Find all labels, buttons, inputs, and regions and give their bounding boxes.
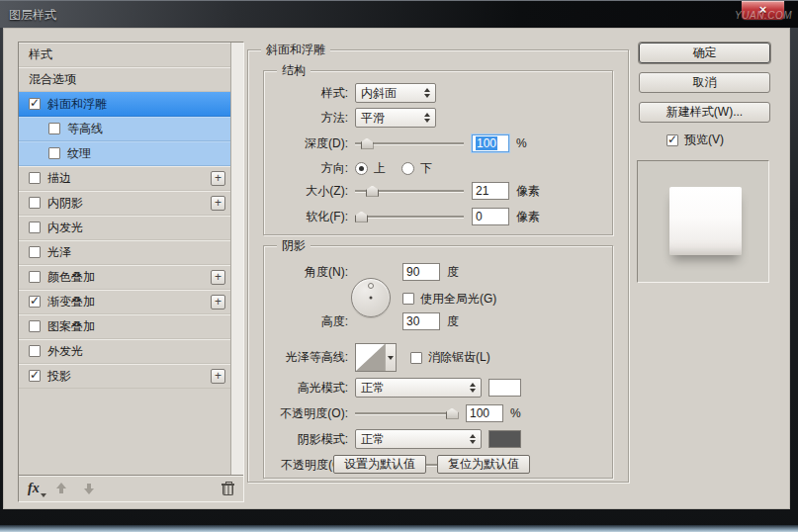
sidebar-item-styles[interactable]: 样式 [19,43,230,67]
pattern-overlay-checkbox[interactable] [29,320,41,332]
size-slider[interactable] [355,185,464,198]
make-default-button[interactable]: 设置为默认值 [333,455,426,474]
move-down-icon[interactable] [83,483,95,494]
style-list-panel: 样式混合选项斜面和浮雕等高线纹理描边+内阴影+内发光光泽颜色叠加+渐变叠加+图案… [18,42,244,502]
sidebar-item-label: 内阴影 [47,195,83,212]
texture-checkbox[interactable] [48,147,60,159]
depth-input[interactable]: 100 [472,134,509,152]
highlight-opacity-input[interactable]: 100 [466,404,503,422]
global-light-label: 使用全局光(G) [420,291,496,308]
highlight-mode-label: 高光模式: [264,380,348,397]
soften-unit: 像素 [516,209,540,225]
soften-input[interactable]: 0 [472,208,509,225]
antialias-checkbox[interactable] [410,352,422,364]
technique-select[interactable]: 平滑 [355,108,436,128]
sidebar-item-label: 样式 [29,46,52,63]
stroke-add-button[interactable]: + [211,171,225,186]
sidebar-item-label: 图案叠加 [47,318,95,335]
new-style-button[interactable]: 新建样式(W)... [639,102,770,123]
sidebar-item-drop-shadow[interactable]: 投影+ [19,364,230,389]
fx-caret-icon [41,493,46,497]
preview-label: 预览(V) [684,132,724,148]
inner-glow-checkbox[interactable] [29,222,41,233]
reset-default-button[interactable]: 复位为默认值 [437,455,530,474]
direction-up-radio[interactable] [355,162,368,175]
outer-glow-checkbox[interactable] [29,345,41,357]
style-preview-frame [637,160,769,283]
direction-down-radio[interactable] [401,162,414,175]
sidebar-item-color-overlay[interactable]: 颜色叠加+ [19,265,230,290]
gradient-overlay-checkbox[interactable] [29,296,41,308]
bevel-emboss-panel: 斜面和浮雕 结构 样式: 内斜面 方法: 平滑 [247,49,629,483]
inner-shadow-add-button[interactable]: + [211,196,225,211]
move-up-icon[interactable] [55,483,67,494]
sidebar-item-contour[interactable]: 等高线 [19,117,230,141]
bevel-emboss-checkbox[interactable] [29,98,41,110]
drop-shadow-add-button[interactable]: + [211,369,225,384]
contour-checkbox[interactable] [48,123,60,134]
sidebar-item-stroke[interactable]: 描边+ [19,166,230,191]
inner-shadow-checkbox[interactable] [29,197,41,209]
sidebar-item-satin[interactable]: 光泽 [19,240,230,265]
sidebar-item-texture[interactable]: 纹理 [19,141,230,166]
contour-dropdown-icon [385,344,396,371]
style-label: 样式: [264,85,348,102]
satin-checkbox[interactable] [29,246,41,258]
sidebar-item-label: 颜色叠加 [47,269,95,286]
sidebar-list: 样式混合选项斜面和浮雕等高线纹理描边+内阴影+内发光光泽颜色叠加+渐变叠加+图案… [19,43,230,475]
soften-slider[interactable] [355,211,464,223]
depth-slider[interactable] [355,137,464,150]
angle-dial-center [370,297,373,300]
sidebar-item-bevel-emboss[interactable]: 斜面和浮雕 [19,92,230,117]
technique-label: 方法: [264,110,348,127]
delete-effect-icon[interactable] [222,482,234,495]
color-overlay-add-button[interactable]: + [211,270,225,285]
close-icon: × [759,2,767,17]
shadow-color-swatch[interactable] [488,430,521,448]
sidebar-item-label: 投影 [47,368,71,385]
highlight-opacity-slider[interactable] [355,407,458,420]
highlight-mode-select[interactable]: 正常 [355,378,482,398]
size-input[interactable]: 21 [472,182,509,200]
angle-label: 角度(N): [264,264,348,281]
sidebar-item-label: 描边 [47,170,71,187]
cancel-button[interactable]: 取消 [639,72,770,93]
sidebar-item-gradient-overlay[interactable]: 渐变叠加+ [19,290,230,314]
fx-menu-button[interactable]: fx [28,481,40,496]
size-label: 大小(Z): [264,183,348,200]
panel-title: 斜面和浮雕 [261,43,330,56]
drop-shadow-checkbox[interactable] [29,370,41,382]
gradient-overlay-add-button[interactable]: + [211,295,225,310]
angle-unit: 度 [447,264,459,281]
sidebar-item-label: 内发光 [47,220,83,236]
color-overlay-checkbox[interactable] [29,271,41,283]
close-button[interactable]: × [741,1,785,21]
preview-checkbox[interactable] [666,134,678,146]
sidebar-item-label: 渐变叠加 [47,294,95,310]
gloss-contour-label: 光泽等高线: [264,349,348,366]
depth-label: 深度(D): [264,135,348,152]
sidebar-item-label: 等高线 [67,121,103,137]
sidebar-scrollbar[interactable] [230,43,243,475]
highlight-color-swatch[interactable] [488,379,521,397]
shadow-mode-select[interactable]: 正常 [355,429,482,449]
select-arrows-icon [465,383,476,393]
sidebar-item-blending-options[interactable]: 混合选项 [19,67,230,92]
sidebar-item-pattern-overlay[interactable]: 图案叠加 [19,314,230,339]
sidebar-item-outer-glow[interactable]: 外发光 [19,339,230,364]
altitude-input[interactable]: 30 [402,312,440,330]
sidebar-item-label: 纹理 [67,145,91,162]
sidebar-footer-toolbar: fx [19,475,243,501]
style-select[interactable]: 内斜面 [355,83,436,103]
direction-label: 方向: [264,160,348,177]
dialog-body: 样式混合选项斜面和浮雕等高线纹理描边+内阴影+内发光光泽颜色叠加+渐变叠加+图案… [3,28,790,509]
angle-dial-handle[interactable] [368,283,374,289]
stroke-checkbox[interactable] [29,172,41,184]
global-light-checkbox[interactable] [402,293,414,305]
angle-input[interactable]: 90 [402,263,440,281]
sidebar-item-inner-shadow[interactable]: 内阴影+ [19,191,230,216]
sidebar-item-inner-glow[interactable]: 内发光 [19,216,230,240]
gloss-contour-picker[interactable] [355,343,397,372]
ok-button[interactable]: 确定 [639,43,770,63]
altitude-unit: 度 [447,313,459,330]
